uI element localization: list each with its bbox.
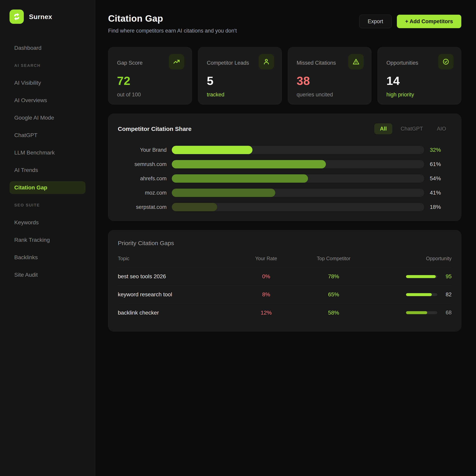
share-row-moz: moz.com 41% [118, 189, 452, 197]
share-row-label: moz.com [118, 190, 172, 196]
stat-sub: queries uncited [297, 92, 363, 98]
stat-card-competitor-leads: Competitor Leads 5 tracked [198, 47, 282, 104]
stat-cards: Gap Score 72 out of 100 Competitor Leads… [108, 47, 461, 104]
column-header-your-rate: Your Rate [240, 256, 292, 261]
export-button[interactable]: Export [359, 15, 392, 28]
sidebar: Surnex Dashboard AI SEARCH AI Visibility… [0, 0, 95, 476]
share-bar-fill [172, 160, 326, 168]
page-header: Citation Gap Find where competitors earn… [108, 13, 461, 34]
table-row[interactable]: keyword research tool 8% 65% 82 [118, 286, 452, 304]
sidebar-item-backlinks[interactable]: Backlinks [10, 251, 85, 264]
citation-share-title: Competitor Citation Share [118, 126, 192, 132]
table-row[interactable]: backlink checker 12% 58% 68 [118, 304, 452, 322]
gap-top-competitor: 78% [292, 273, 375, 280]
sidebar-nav: Dashboard AI SEARCH AI Visibility AI Ove… [10, 42, 85, 286]
table-row[interactable]: best seo tools 2026 0% 78% 95 [118, 268, 452, 286]
priority-gaps-title: Priority Citation Gaps [118, 240, 452, 247]
column-header-top-competitor: Top Competitor [292, 256, 375, 261]
sidebar-item-ai-trends[interactable]: AI Trends [10, 164, 85, 176]
opportunity-bar-fill [406, 293, 432, 296]
sidebar-item-ai-overviews[interactable]: AI Overviews [10, 94, 85, 107]
gaps-table-header: Topic Your Rate Top Competitor Opportuni… [118, 256, 452, 268]
stat-sub: tracked [207, 92, 273, 98]
share-row-percent: 18% [430, 204, 452, 210]
share-bar-chart: Your Brand 32% semrush.com 61% ahrefs.co… [118, 146, 452, 211]
gap-opportunity: 82 [375, 291, 452, 298]
sidebar-item-llm-benchmark[interactable]: LLM Benchmark [10, 146, 85, 159]
stat-value: 5 [207, 74, 273, 88]
gap-topic: keyword research tool [118, 291, 240, 298]
surnex-logo-icon [10, 10, 24, 24]
tab-chatgpt[interactable]: ChatGPT [395, 123, 429, 134]
share-bar-fill [172, 146, 253, 154]
opportunity-score: 68 [442, 310, 452, 316]
share-bar-track [172, 203, 424, 211]
opportunity-bar-fill [406, 311, 427, 314]
gap-your-rate: 8% [240, 291, 292, 298]
stat-card-opportunities: Opportunities 14 high priority [377, 47, 461, 104]
sidebar-section-seo-suite: SEO SUITE [10, 199, 85, 211]
opportunity-bar-track [406, 293, 437, 296]
tab-aio[interactable]: AIO [431, 123, 452, 134]
opportunity-bar-fill [406, 275, 436, 278]
share-row-label: serpstat.com [118, 204, 172, 210]
share-row-percent: 32% [430, 147, 452, 153]
citation-share-panel: Competitor Citation Share All ChatGPT AI… [108, 114, 461, 221]
share-row-percent: 61% [430, 161, 452, 167]
share-row-semrush: semrush.com 61% [118, 160, 452, 168]
sidebar-item-site-audit[interactable]: Site Audit [10, 269, 85, 281]
share-row-your-brand: Your Brand 32% [118, 146, 452, 154]
add-competitors-button[interactable]: + Add Competitors [397, 15, 461, 28]
opportunity-bar-track [406, 311, 437, 314]
gap-top-competitor: 58% [292, 310, 375, 316]
page-header-text: Citation Gap Find where competitors earn… [108, 13, 237, 34]
sidebar-item-ai-visibility[interactable]: AI Visibility [10, 77, 85, 89]
gap-topic: best seo tools 2026 [118, 273, 240, 280]
gap-your-rate: 12% [240, 310, 292, 316]
page-title: Citation Gap [108, 13, 237, 24]
opportunity-bar-track [406, 275, 437, 278]
share-bar-track [172, 146, 424, 154]
gap-your-rate: 0% [240, 273, 292, 280]
brand: Surnex [10, 10, 85, 24]
share-row-serpstat: serpstat.com 18% [118, 203, 452, 211]
sidebar-item-keywords[interactable]: Keywords [10, 216, 85, 229]
share-bar-fill [172, 174, 308, 183]
sidebar-item-google-ai-mode[interactable]: Google AI Mode [10, 111, 85, 124]
trending-up-icon [169, 54, 184, 69]
sidebar-item-chatgpt[interactable]: ChatGPT [10, 129, 85, 142]
share-bar-track [172, 174, 424, 183]
share-bar-fill [172, 189, 275, 197]
page-subtitle: Find where competitors earn AI citations… [108, 28, 237, 34]
opportunity-score: 82 [442, 291, 452, 298]
share-bar-fill [172, 203, 217, 211]
sidebar-item-citation-gap[interactable]: Citation Gap [10, 181, 85, 194]
stat-value: 72 [117, 74, 183, 88]
gap-top-competitor: 65% [292, 291, 375, 298]
stat-sub: high priority [386, 92, 452, 98]
share-row-label: semrush.com [118, 161, 172, 167]
sidebar-section-ai-search: AI SEARCH [10, 59, 85, 72]
check-circle-icon [438, 54, 454, 69]
citation-share-header: Competitor Citation Share All ChatGPT AI… [118, 123, 452, 134]
sidebar-item-dashboard[interactable]: Dashboard [10, 42, 85, 54]
header-actions: Export + Add Competitors [359, 15, 461, 28]
priority-gaps-panel: Priority Citation Gaps Topic Your Rate T… [108, 230, 461, 331]
share-filter-tabs: All ChatGPT AIO [374, 123, 452, 134]
share-bar-track [172, 160, 424, 168]
column-header-opportunity: Opportunity [375, 256, 452, 261]
share-row-label: Your Brand [118, 147, 172, 153]
column-header-topic: Topic [118, 256, 240, 261]
tab-all[interactable]: All [374, 123, 392, 134]
main-content: Citation Gap Find where competitors earn… [95, 0, 476, 476]
gap-topic: backlink checker [118, 310, 240, 316]
brand-name: Surnex [29, 13, 52, 21]
stat-card-missed-citations: Missed Citations 38 queries uncited [288, 47, 372, 104]
stat-card-gap-score: Gap Score 72 out of 100 [108, 47, 192, 104]
sidebar-item-rank-tracking[interactable]: Rank Tracking [10, 234, 85, 246]
share-bar-track [172, 189, 424, 197]
gap-opportunity: 95 [375, 273, 452, 280]
warning-icon [348, 54, 364, 69]
gap-opportunity: 68 [375, 310, 452, 316]
stat-sub: out of 100 [117, 92, 183, 98]
